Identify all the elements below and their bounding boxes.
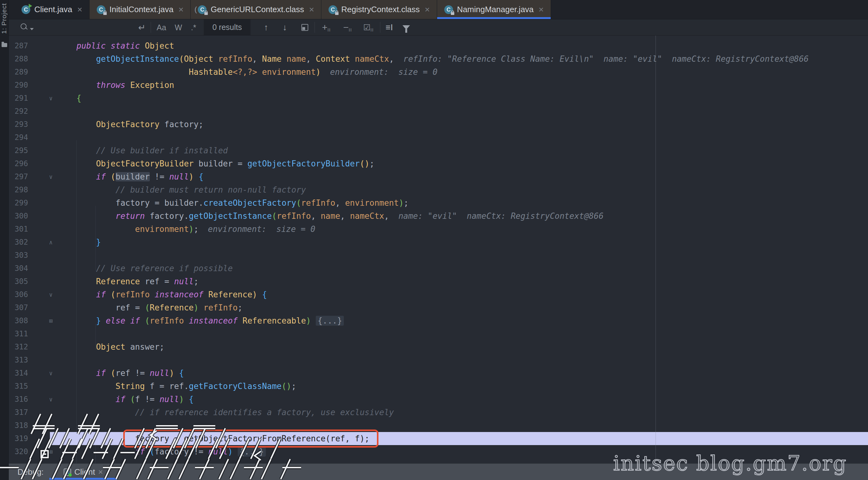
fold-icon[interactable]: ∨ <box>46 174 56 180</box>
filter-icon[interactable] <box>402 19 410 36</box>
close-icon[interactable]: × <box>77 5 82 15</box>
editor-tab[interactable]: CClient.java× <box>14 0 90 19</box>
code-line: 316∨ if (f != null) { <box>9 393 868 406</box>
remove-selection-icon[interactable]: −II <box>343 19 352 36</box>
filter-lines-icon[interactable]: ≡I <box>385 19 393 36</box>
active-tab-underline <box>437 17 551 19</box>
regex-toggle[interactable]: .* <box>191 19 196 36</box>
fold-icon[interactable]: ⊞ <box>46 318 56 324</box>
code-line: 299 factory = builder.createObjectFactor… <box>9 196 868 209</box>
line-number: 314 <box>9 369 28 377</box>
code-text: // if reference identifies a factory, us… <box>76 408 394 417</box>
close-icon[interactable]: × <box>179 5 183 15</box>
fold-icon[interactable]: ∨ <box>46 370 56 376</box>
editor-tab[interactable]: CInitialContext.java× <box>90 0 191 19</box>
code-text: Hashtable<?,?> environment) <box>76 67 321 77</box>
code-editor[interactable]: 287public static Object288 getObjectInst… <box>9 36 868 464</box>
close-icon[interactable]: × <box>425 5 430 15</box>
code-text: if (refInfo instanceof Reference) { <box>76 290 267 299</box>
code-text: return factory.getObjectInstance(refInfo… <box>76 211 389 221</box>
close-icon[interactable]: × <box>98 467 103 477</box>
code-line: 317 // if reference identifies a factory… <box>9 406 868 419</box>
line-number: 307 <box>9 303 28 312</box>
fold-icon[interactable]: ∨ <box>46 95 56 101</box>
right-margin-guide <box>655 36 656 464</box>
add-selection-icon[interactable]: +II <box>322 19 331 36</box>
editor-tab[interactable]: CNamingManager.java× <box>437 0 551 19</box>
close-icon[interactable]: × <box>538 5 544 15</box>
line-number: 291 <box>9 94 28 103</box>
project-toolwindow-button[interactable]: 1: Project <box>0 3 8 34</box>
search-results-count: 0 results <box>204 19 251 35</box>
code-line: 289 Hashtable<?,?> environment)environme… <box>9 65 868 78</box>
editor-tab[interactable]: CGenericURLContext.class× <box>191 0 321 19</box>
line-number: 295 <box>9 146 28 155</box>
previous-occurrence-icon[interactable]: ↑ <box>264 19 268 36</box>
code-line: 311 <box>9 327 868 340</box>
code-line: 288 getObjectInstance(Object refInfo, Na… <box>9 53 868 65</box>
debugger-inline-hint: refInfo: "Reference Class Name: Evil\n" … <box>403 54 809 64</box>
line-number: 293 <box>9 120 28 129</box>
line-number: 308 <box>9 316 28 325</box>
close-icon[interactable]: × <box>309 5 314 15</box>
line-number: 300 <box>9 212 28 220</box>
next-occurrence-icon[interactable]: ↓ <box>283 19 287 36</box>
debug-session-tab[interactable]: Client × <box>49 464 117 480</box>
tab-bar: CClient.java×CInitialContext.java×CGener… <box>9 0 868 19</box>
divider <box>380 22 380 33</box>
code-line: 297∨ if (builder != null) { <box>9 170 868 183</box>
search-input[interactable] <box>36 19 135 36</box>
code-text: if (builder != null) { <box>76 172 204 181</box>
folder-icon <box>2 43 7 47</box>
ide-window: 1: Project CClient.java×CInitialContext.… <box>0 0 868 480</box>
code-text: ref = (Reference) refInfo; <box>76 303 242 312</box>
fold-icon[interactable]: ∨ <box>46 396 56 402</box>
class-run-icon: C <box>21 5 31 14</box>
line-number: 305 <box>9 277 28 286</box>
code-line: 305 Reference ref = null; <box>9 275 868 288</box>
line-number: 320 <box>9 447 28 456</box>
search-icon[interactable] <box>21 19 34 36</box>
find-bar: ↵ Aa W .* 0 results ↑ ↓ +II −II ☑II ≡I <box>9 19 868 36</box>
line-number: 312 <box>9 343 28 351</box>
code-text: environment); <box>76 225 198 234</box>
line-number: 318 <box>9 421 28 430</box>
class-lock-paren-icon: C <box>197 5 207 14</box>
code-text: ObjectFactoryBuilder builder = getObject… <box>76 159 374 168</box>
words-toggle[interactable]: W <box>175 19 182 36</box>
line-number: 316 <box>9 395 28 404</box>
debug-session-name: Client <box>74 467 95 477</box>
line-number: 315 <box>9 382 28 390</box>
code-text: Object answer; <box>76 342 164 351</box>
code-line: 308⊞ } else if (refInfo instanceof Refer… <box>9 314 868 327</box>
tool-window-strip: 1: Project <box>0 0 9 480</box>
tab-label: InitialContext.java <box>110 5 174 14</box>
code-line: 298 // builder must return non-null fact… <box>9 183 868 196</box>
code-line: 290 throws Exception <box>9 78 868 92</box>
fold-icon[interactable]: ∧ <box>46 239 56 245</box>
debug-label: Debug: <box>18 467 44 477</box>
line-number: 304 <box>9 264 28 273</box>
fold-icon[interactable]: ∨ <box>46 292 56 298</box>
code-text: Reference ref = null; <box>76 277 198 286</box>
line-number: 303 <box>9 251 28 260</box>
tab-label: NamingManager.java <box>457 5 534 14</box>
line-number: 289 <box>9 68 28 76</box>
watermark: initsec blog.gm7.org <box>613 451 847 475</box>
code-line: 314∨ if (ref != null) { <box>9 367 868 380</box>
newline-icon[interactable]: ↵ <box>138 19 145 36</box>
code-line: 292 <box>9 105 868 118</box>
editor-tab[interactable]: CRegistryContext.class× <box>321 0 437 19</box>
debugger-inline-hint: environment: size = 0 <box>330 67 437 77</box>
fold-icon[interactable]: ⊞ <box>46 448 56 455</box>
line-number: 311 <box>9 330 28 338</box>
code-text: factory = builder.createObjectFactory(re… <box>76 198 408 208</box>
debugger-inline-hint: name: "evil" nameCtx: RegistryContext@86… <box>398 211 603 221</box>
select-all-occurrences-icon[interactable] <box>301 19 308 36</box>
code-line: 294 <box>9 131 868 144</box>
code-line: 287public static Object <box>9 39 868 53</box>
match-case-toggle[interactable]: Aa <box>157 19 166 36</box>
select-all-matches-icon[interactable]: ☑II <box>363 19 374 36</box>
line-number: 298 <box>9 185 28 194</box>
code-line: 312 Object answer; <box>9 340 868 353</box>
